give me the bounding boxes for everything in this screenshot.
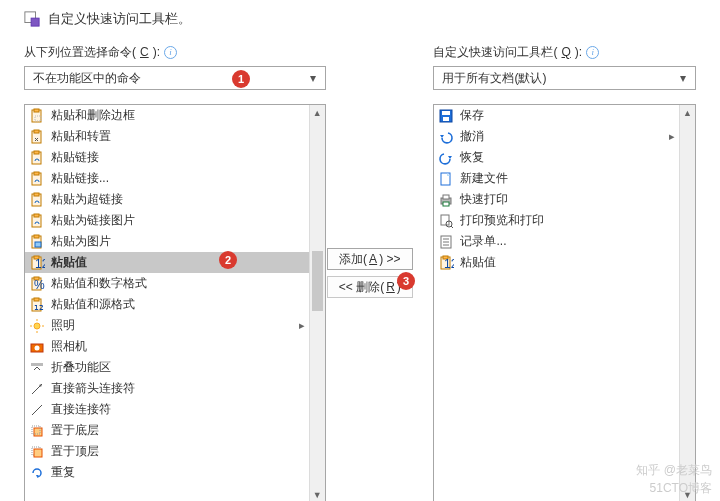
list-item[interactable]: 粘贴为图片 (25, 231, 309, 252)
list-item-label: 粘贴为链接图片 (51, 212, 135, 229)
scroll-up-icon[interactable]: ▲ (310, 105, 325, 121)
svg-rect-42 (442, 111, 450, 115)
svg-rect-1 (31, 18, 39, 26)
redo-icon (438, 150, 454, 166)
paste-valsrc-icon: ₁₂ (29, 297, 45, 313)
list-item-label: 直接连接符 (51, 401, 111, 418)
list-item-label: 直接箭头连接符 (51, 380, 135, 397)
list-item[interactable]: 粘贴和转置 (25, 126, 309, 147)
paste-link-icon (29, 150, 45, 166)
svg-rect-34 (31, 363, 43, 366)
svg-rect-16 (34, 235, 39, 238)
undo-icon (438, 129, 454, 145)
form-icon (438, 234, 454, 250)
list-item-label: 打印预览和打印 (460, 212, 544, 229)
list-item[interactable]: 直接箭头连接符 (25, 378, 309, 399)
svg-line-36 (32, 405, 42, 415)
callout-3: 3 (397, 272, 415, 290)
list-item[interactable]: 撤消▸ (434, 126, 679, 147)
list-item-label: 快速打印 (460, 191, 508, 208)
info-icon[interactable]: i (586, 46, 599, 59)
customize-qat-icon (24, 11, 40, 27)
svg-rect-40 (34, 449, 42, 457)
paste-link2-icon (29, 171, 45, 187)
list-item[interactable]: 保存 (434, 105, 679, 126)
paste-valnum-icon: %12 (29, 276, 45, 292)
list-item[interactable]: 照明▸ (25, 315, 309, 336)
svg-rect-43 (443, 117, 449, 121)
watermark: 51CTO博客 (650, 480, 712, 497)
list-item-label: 粘贴链接... (51, 170, 109, 187)
list-item[interactable]: 置于底层 (25, 420, 309, 441)
scrollbar[interactable]: ▲ ▼ (309, 105, 325, 501)
list-item-label: 粘贴为图片 (51, 233, 111, 250)
list-item[interactable]: 打印预览和打印 (434, 210, 679, 231)
list-item-label: 粘贴值 (51, 254, 87, 271)
paste-hyperlink-icon (29, 192, 45, 208)
list-item-label: 记录单... (460, 233, 506, 250)
paste-noborder-icon (29, 108, 45, 124)
paste-values-icon: 12 (438, 255, 454, 271)
list-item[interactable]: 恢复 (434, 147, 679, 168)
callout-1: 1 (232, 70, 250, 88)
list-item[interactable]: 置于顶层 (25, 441, 309, 462)
paste-pic-icon (29, 234, 45, 250)
list-item-label: 恢复 (460, 149, 484, 166)
qat-target-dropdown[interactable]: 用于所有文档(默认) ▾ (433, 66, 696, 90)
list-item[interactable]: 12粘贴值 (25, 252, 309, 273)
list-item-label: 置于底层 (51, 422, 99, 439)
svg-rect-3 (34, 109, 39, 112)
svg-text:%12: %12 (34, 278, 45, 292)
collapse-ribbon-icon (29, 360, 45, 376)
qat-commands-list[interactable]: 保存撤消▸恢复新建文件快速打印打印预览和打印记录单...12粘贴值 ▲ ▼ (433, 104, 696, 501)
svg-text:12: 12 (444, 257, 454, 271)
list-item[interactable]: ₁₂粘贴值和源格式 (25, 294, 309, 315)
svg-text:12: 12 (35, 257, 45, 271)
list-item[interactable]: 粘贴链接... (25, 168, 309, 189)
svg-point-33 (35, 345, 40, 350)
lighting-icon (29, 318, 45, 334)
svg-rect-12 (34, 193, 39, 196)
scroll-down-icon[interactable]: ▼ (310, 487, 325, 501)
list-item[interactable]: 12粘贴值 (434, 252, 679, 273)
list-item[interactable]: 重复 (25, 462, 309, 483)
paste-values-icon: 12 (29, 255, 45, 271)
svg-text:₁₂: ₁₂ (34, 299, 44, 313)
list-item[interactable]: 粘贴为链接图片 (25, 210, 309, 231)
scroll-up-icon[interactable]: ▲ (680, 105, 695, 121)
list-item-label: 新建文件 (460, 170, 508, 187)
commands-source-dropdown[interactable]: 不在功能区中的命令 ▾ (24, 66, 326, 90)
list-item-label: 粘贴为超链接 (51, 191, 123, 208)
info-icon[interactable]: i (164, 46, 177, 59)
list-item[interactable]: %12粘贴值和数字格式 (25, 273, 309, 294)
list-item-label: 粘贴值和源格式 (51, 296, 135, 313)
repeat-icon (29, 465, 45, 481)
list-item[interactable]: 记录单... (434, 231, 679, 252)
svg-rect-48 (441, 215, 449, 225)
list-item-label: 照相机 (51, 338, 87, 355)
new-file-icon (438, 171, 454, 187)
list-item-label: 粘贴值 (460, 254, 496, 271)
add-button[interactable]: 添加(A) >> (327, 248, 413, 270)
straight-connector-icon (29, 402, 45, 418)
svg-rect-10 (34, 172, 39, 175)
chevron-down-icon: ▾ (675, 71, 691, 85)
list-item[interactable]: 快速打印 (434, 189, 679, 210)
submenu-indicator-icon: ▸ (299, 319, 305, 332)
list-item[interactable]: 粘贴和删除边框 (25, 105, 309, 126)
list-item[interactable]: 折叠功能区 (25, 357, 309, 378)
qat-target-label: 自定义快速访问工具栏(Q): i (433, 42, 696, 62)
list-item[interactable]: 粘贴链接 (25, 147, 309, 168)
scrollbar[interactable]: ▲ ▼ (679, 105, 695, 501)
available-commands-list[interactable]: 粘贴和删除边框粘贴和转置粘贴链接粘贴链接...粘贴为超链接粘贴为链接图片粘贴为图… (24, 104, 326, 501)
header-title: 自定义快速访问工具栏。 (48, 10, 191, 28)
list-item-label: 保存 (460, 107, 484, 124)
svg-rect-17 (35, 242, 41, 247)
list-item[interactable]: 新建文件 (434, 168, 679, 189)
list-item[interactable]: 粘贴为超链接 (25, 189, 309, 210)
list-item[interactable]: 照相机 (25, 336, 309, 357)
save-icon (438, 108, 454, 124)
svg-rect-8 (34, 151, 39, 154)
svg-rect-14 (34, 214, 39, 217)
list-item[interactable]: 直接连接符 (25, 399, 309, 420)
